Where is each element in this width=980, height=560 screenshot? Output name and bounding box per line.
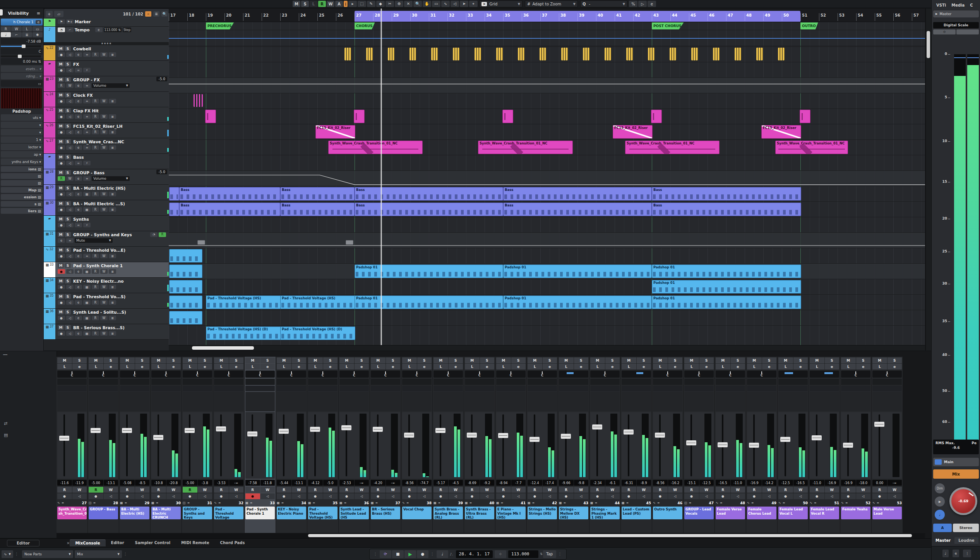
channel-monitor-button[interactable]: ◁: [72, 493, 87, 499]
channel-link-icon[interactable]: ∞: [469, 501, 472, 505]
clip-pad[interactable]: Padshop 01: [652, 295, 801, 309]
channel-link-icon[interactable]: ∞: [93, 501, 96, 505]
edit-channel-button[interactable]: e: [75, 176, 82, 181]
clip-pad[interactable]: Padshop 01: [355, 295, 503, 309]
clip-bass[interactable]: Bass: [179, 203, 280, 216]
read-automation-button[interactable]: R: [92, 300, 99, 305]
mixer-channel-strip[interactable]: MSLeC-4.12-5.0RW●◁▦∞35Pad - Threshold Vo…: [307, 357, 338, 533]
stereo-out-button[interactable]: Stereo: [953, 524, 979, 532]
group-edit-button[interactable]: =: [75, 161, 82, 165]
channel-write-button[interactable]: W: [135, 487, 150, 493]
channel-name[interactable]: GROUP - Bass: [89, 507, 118, 519]
channel-listen-button[interactable]: L: [684, 364, 699, 369]
clip-cowbell[interactable]: [735, 48, 741, 60]
channel-read-button[interactable]: R: [810, 487, 824, 493]
channel-mute-button[interactable]: M: [559, 357, 574, 363]
peak-value[interactable]: -11.0: [731, 480, 745, 486]
channel-name[interactable]: Strings - Mellow DX (HS): [559, 507, 588, 519]
channel-solo-button[interactable]: S: [166, 357, 181, 363]
clip-bass[interactable]: [169, 187, 179, 201]
clip-pad[interactable]: Padshop 01: [503, 295, 652, 309]
track-row[interactable]: ∿27MSSynth_Wave_Cras...NC●◁e∞RW≣: [44, 138, 169, 154]
channel-name[interactable]: BA - Multi Electric (HS): [120, 507, 149, 519]
channel-read-button[interactable]: R: [402, 487, 417, 493]
track-row[interactable]: ∿32MSPad - Threshold Vo...E)●◁e∞RW≣: [44, 247, 169, 262]
mute-button[interactable]: M: [58, 309, 64, 314]
record-enable-button[interactable]: ●: [58, 207, 65, 212]
mixer-channel-strip[interactable]: MSLeC-8.56-74.7RW●◁∿∞38Vocal Chop: [401, 357, 432, 533]
channel-pan-control[interactable]: C: [402, 371, 432, 378]
channel-monitor-button[interactable]: ◁: [386, 493, 401, 499]
edit-channel-button[interactable]: e: [75, 83, 82, 88]
channel-link-icon[interactable]: ∞: [783, 501, 785, 505]
track-color-strip[interactable]: ▰: [44, 61, 55, 76]
link-button[interactable]: ∞: [83, 145, 91, 150]
monitor-button[interactable]: ◁: [66, 300, 74, 305]
channel-pan-control[interactable]: C: [841, 371, 870, 378]
monitor-button[interactable]: ◁: [66, 130, 74, 134]
channel-link-icon[interactable]: ∞: [751, 501, 754, 505]
channel-edit-button[interactable]: e: [668, 364, 683, 369]
mixer-channel-strip[interactable]: MSLeC-8.69-9.2RW●◁▦∞40Synth Brass - Ultr…: [464, 357, 495, 533]
channel-write-button[interactable]: W: [292, 487, 307, 493]
channel-pre-slot[interactable]: [183, 386, 212, 391]
automation-param-select[interactable]: Mute▼: [75, 238, 113, 243]
channel-pre-slot[interactable]: [622, 386, 651, 391]
channel-read-button[interactable]: R: [559, 487, 574, 493]
tool-4-icon[interactable]: ✂: [385, 1, 394, 7]
channel-read-button[interactable]: R: [214, 487, 229, 493]
tool-8-icon[interactable]: ✋: [423, 1, 431, 7]
clip-block[interactable]: [197, 240, 205, 245]
fader-value[interactable]: -5.00: [89, 480, 103, 486]
channel-listen-button[interactable]: L: [465, 364, 480, 369]
channel-routing-slot[interactable]: [89, 379, 118, 385]
channel-read-button[interactable]: R: [622, 487, 636, 493]
channel-edit-button[interactable]: e: [793, 364, 808, 369]
mute-button[interactable]: M: [58, 155, 64, 160]
lanes-button[interactable]: ≣: [109, 254, 116, 258]
mixer-channel-strip[interactable]: MSLeC-16.5-11.0RW●◁∿∞48Female Verse Lead: [715, 357, 746, 533]
mixer-channel-strip[interactable]: MSLeC-15.1-12.5RW●◁◫∞47GROUP - Lead Voca…: [684, 357, 714, 533]
track-color-strip[interactable]: ▦33: [44, 262, 55, 277]
channel-write-button[interactable]: W: [480, 487, 495, 493]
global-s-button[interactable]: S: [301, 1, 309, 7]
add-marker-button[interactable]: ⚑: [58, 19, 65, 24]
channel-monitor-button[interactable]: ◁: [825, 493, 840, 499]
monitor-button[interactable]: ◁: [66, 285, 74, 289]
inspector-routing-2[interactable]: ▾: [1, 129, 43, 136]
edit-channel-button[interactable]: e: [58, 238, 65, 243]
channel-record-button[interactable]: ●: [496, 493, 511, 499]
mixer-channel-strip[interactable]: MSLe-12.5-16.5RW●◁∿∞50Female Lead Vocal …: [778, 357, 809, 533]
channel-pre-slot[interactable]: [496, 386, 526, 391]
control-room-level-knob[interactable]: -0.69: [949, 487, 977, 515]
folder-fx-button[interactable]: ⚡: [83, 161, 91, 165]
fader-value[interactable]: -2.34: [590, 480, 605, 486]
record-enable-button[interactable]: ●: [58, 285, 65, 289]
channel-solo-button[interactable]: S: [793, 357, 808, 363]
clip-clap[interactable]: [205, 110, 216, 123]
channel-record-button[interactable]: ●: [872, 493, 887, 499]
zone-tab-editor[interactable]: Editor: [106, 539, 130, 546]
peak-value[interactable]: -74.7: [417, 480, 432, 486]
fader-value[interactable]: -6.31: [622, 480, 636, 486]
channel-pan-control[interactable]: C: [433, 371, 463, 378]
edit-channel-button[interactable]: e: [75, 114, 82, 119]
channel-listen-button[interactable]: L: [120, 364, 135, 369]
channel-pre-slot[interactable]: [402, 386, 432, 391]
channel-link-icon[interactable]: ∞: [250, 501, 253, 505]
pan-handle[interactable]: [18, 55, 22, 58]
channel-listen-button[interactable]: L: [747, 364, 762, 369]
clip-clap[interactable]: [651, 110, 662, 123]
channel-pre-slot[interactable]: [653, 386, 682, 391]
channel-mute-button[interactable]: M: [528, 357, 542, 363]
inspector-routing-6[interactable]: ynths and Keys ▾: [1, 158, 43, 165]
edit-channel-button[interactable]: e: [75, 285, 82, 289]
zone-tab-sampler-control[interactable]: Sampler Control: [130, 539, 176, 546]
channel-listen-button[interactable]: L: [402, 364, 417, 369]
marker-flag[interactable]: PRECHORUS: [206, 22, 234, 29]
read-automation-button[interactable]: R: [58, 83, 65, 88]
channel-routing-slot[interactable]: [245, 379, 275, 385]
clip-riser[interactable]: FC15_Kit_02_Riser: [315, 125, 355, 139]
channel-name[interactable]: Synth_Wave_Cra sh_Transition_01: [57, 507, 87, 519]
channel-inserts-area[interactable]: [308, 392, 338, 411]
